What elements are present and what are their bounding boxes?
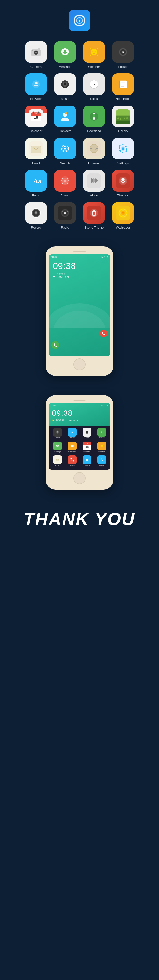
svg-point-12 (63, 50, 67, 54)
phone-icon-wrap[interactable] (54, 170, 76, 192)
radio-icon-wrap[interactable] (54, 202, 76, 224)
svg-rect-175 (71, 445, 74, 447)
calendar-icon-wrap[interactable]: TUE 18 (25, 105, 47, 127)
thank-you-section: THANK YOU (0, 499, 159, 536)
icon-cell-clock[interactable]: Clock (80, 73, 109, 101)
phone-app-notebook[interactable]: Note Book (67, 442, 77, 452)
svg-text:18: 18 (34, 115, 38, 119)
phone-app-message[interactable]: Message (52, 442, 63, 452)
phone-app-browser-label: Browser (69, 437, 76, 439)
phone-app-contacts[interactable]: Contacts (82, 455, 92, 466)
svg-point-138 (36, 213, 36, 213)
phone-app-music[interactable]: Music (82, 428, 92, 439)
phone-app-search-label: Search (99, 465, 104, 466)
scenetheme-icon-wrap[interactable] (83, 202, 105, 224)
icon-cell-contacts[interactable]: Contacts (50, 105, 80, 133)
email-icon-wrap[interactable] (25, 138, 47, 159)
phone-time-1: 09:38 (49, 259, 110, 272)
phone-apps-row-1: Locker Browser Music (50, 428, 109, 440)
clock-icon-wrap[interactable] (83, 73, 105, 95)
icon-cell-email[interactable]: Email (22, 138, 50, 165)
icon-cell-notebook[interactable]: Note Book (109, 73, 137, 101)
record-label: Record (31, 226, 41, 229)
svg-rect-60 (119, 81, 127, 88)
phone-app-phone[interactable]: Phone (67, 455, 77, 466)
phone-call-red-1[interactable] (100, 329, 107, 337)
phone-app-locker[interactable]: Locker (52, 428, 63, 439)
icon-cell-message[interactable]: Message (50, 41, 80, 68)
icon-cell-search[interactable]: Search (50, 138, 80, 165)
message-label: Message (59, 65, 71, 68)
icon-cell-phone[interactable]: Phone (50, 170, 80, 197)
notebook-icon-wrap[interactable] (112, 73, 134, 95)
svg-point-182 (101, 445, 103, 447)
icon-cell-radio[interactable]: Radio (50, 202, 80, 229)
phone-app-calendar[interactable]: TUE18 Calendar (82, 442, 92, 452)
phone-app-browser[interactable]: Browser (67, 428, 77, 439)
svg-point-174 (58, 445, 58, 446)
icon-cell-browser[interactable]: Browser (22, 73, 50, 101)
icon-cell-music[interactable]: Music (50, 73, 80, 101)
svg-point-122 (64, 180, 66, 182)
video-icon-wrap[interactable] (83, 170, 105, 192)
svg-point-7 (35, 52, 37, 54)
phone-app-calendar-label: Calendar (83, 451, 90, 452)
calendar-label: Calendar (30, 129, 43, 133)
icon-cell-record[interactable]: Record (22, 202, 50, 229)
phone-app-search[interactable]: Search (97, 455, 107, 466)
icon-cell-explorer[interactable]: Explorer (80, 138, 109, 165)
phone-app-download[interactable]: Download (97, 428, 107, 439)
svg-point-186 (86, 458, 88, 460)
thank-you-text: THANK YOU (0, 509, 159, 529)
svg-point-188 (101, 460, 102, 460)
icon-cell-video[interactable]: Video (80, 170, 109, 197)
icon-cell-locker[interactable]: Locker (109, 41, 137, 68)
settings-icon-wrap[interactable] (112, 138, 134, 159)
icon-cell-wallpaper[interactable]: Wallpaper (109, 202, 137, 229)
svg-point-17 (91, 49, 98, 56)
gallery-icon-wrap[interactable] (112, 105, 134, 127)
icon-cell-settings[interactable]: Settings (109, 138, 137, 165)
weather-icon-wrap[interactable] (83, 41, 105, 63)
icon-cell-fonts[interactable]: Aa Fonts (22, 170, 50, 197)
phone-screen-2: 09:38 4G ▲▼ 09:38 ⛅ 28°C 周一 2014.12.09 (49, 403, 110, 470)
svg-rect-8 (38, 48, 40, 49)
icon-cell-themes[interactable]: Themes (109, 170, 137, 197)
phone-app-email[interactable]: Email (52, 455, 63, 466)
fonts-icon-wrap[interactable]: Aa (25, 170, 47, 192)
phone-call-green-1[interactable] (52, 341, 59, 349)
phone-apps-row-3: Email Phone Contacts (50, 455, 109, 468)
locker-icon-wrap[interactable] (112, 41, 134, 63)
browser-label: Browser (30, 97, 42, 101)
phone-home-btn-1[interactable] (74, 358, 85, 371)
explorer-icon-wrap[interactable] (83, 138, 105, 159)
icon-cell-camera[interactable]: Camera (22, 41, 50, 68)
phone-weather-text-1: 28°C 周一 2014.12.09 (57, 273, 69, 279)
message-icon-wrap[interactable] (54, 41, 76, 63)
video-label: Video (90, 194, 98, 197)
icon-cell-gallery[interactable]: Gallery (109, 105, 137, 133)
phone-app-notebook-label: Note Book (68, 451, 76, 452)
phone-weather-1: ☁ 28°C 周一 2014.12.09 (49, 272, 110, 279)
svg-rect-73 (38, 111, 39, 113)
phone-mockup-1: Meizu 4G ●●● 09:38 ☁ 28°C 周一 2014.12.09 (46, 246, 113, 376)
icon-cell-calendar[interactable]: TUE 18 Calendar (22, 105, 50, 133)
camera-icon-wrap[interactable] (25, 41, 47, 63)
svg-rect-86 (116, 121, 130, 124)
contacts-icon-wrap[interactable] (54, 105, 76, 127)
record-icon-wrap[interactable] (25, 202, 47, 224)
phone-app-email-label: Email (55, 465, 60, 466)
phone-home-btn-2[interactable] (74, 472, 85, 484)
phone-app-weather[interactable]: Weather (97, 442, 107, 452)
svg-text:TUE: TUE (85, 443, 88, 444)
icon-cell-scenetheme[interactable]: Scene Theme (80, 202, 109, 229)
themes-icon-wrap[interactable] (112, 170, 134, 192)
music-icon-wrap[interactable] (54, 73, 76, 95)
icon-cell-download[interactable]: Downlosd (80, 105, 109, 133)
icon-cell-weather[interactable]: Weather (80, 41, 109, 68)
browser-icon-wrap[interactable] (25, 73, 47, 95)
search-icon-wrap[interactable] (54, 138, 76, 159)
wallpaper-icon-wrap[interactable] (112, 202, 134, 224)
download-icon-wrap[interactable] (83, 105, 105, 127)
phone-mockup-2: 09:38 4G ▲▼ 09:38 ⛅ 28°C 周一 2014.12.09 (46, 395, 113, 490)
